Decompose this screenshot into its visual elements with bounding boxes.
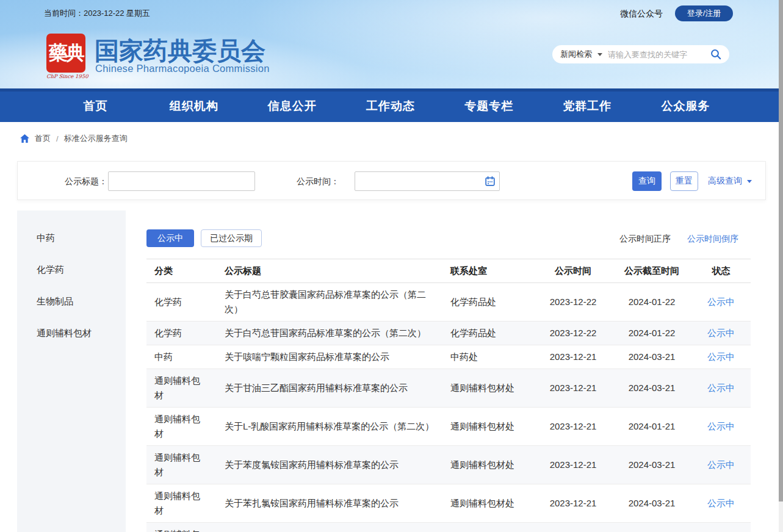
nav-item-4[interactable]: 专题专栏 xyxy=(440,88,538,122)
status-link[interactable]: 公示中 xyxy=(707,328,735,338)
cell-start-time: 2023-12-21 xyxy=(534,523,612,532)
cell-title[interactable]: 关于L-乳酸国家药用辅料标准草案的公示（第二次） xyxy=(217,408,442,446)
seal-caption: ChP Since 1950 xyxy=(46,73,88,79)
col-start-time: 公示时间 xyxy=(534,259,612,283)
cell-category: 中药 xyxy=(146,345,217,369)
reset-button[interactable]: 重置 xyxy=(670,171,698,191)
cell-start-time: 2023-12-21 xyxy=(534,369,612,408)
cell-title[interactable]: 关于白芍总苷国家药品标准草案的公示（第二次） xyxy=(217,322,442,345)
breadcrumb-separator: / xyxy=(56,134,59,143)
cell-title[interactable]: 关于白芍总苷胶囊国家药品标准草案的公示（第二次） xyxy=(217,283,442,322)
seal-logo-icon: 藥典 xyxy=(46,34,85,73)
cell-end-time: 2024-03-21 xyxy=(612,345,691,369)
cell-title[interactable]: 关于苯扎氯铵国家药用辅料标准草案的公示 xyxy=(217,484,442,523)
cell-end-time: 2024-01-22 xyxy=(612,322,691,345)
cell-category: 通则辅料包材 xyxy=(146,523,217,532)
status-link[interactable]: 公示中 xyxy=(707,421,735,431)
nav-item-1[interactable]: 组织机构 xyxy=(145,88,243,122)
cell-start-time: 2023-12-21 xyxy=(534,446,612,484)
cell-office: 化学药品处 xyxy=(442,322,534,345)
nav-item-3[interactable]: 工作动态 xyxy=(341,88,439,122)
cell-title[interactable]: 关于甘油三乙酯国家药用辅料标准草案的公示 xyxy=(217,369,442,408)
search-category-select[interactable]: 新闻检索 xyxy=(560,49,592,60)
breadcrumb-home[interactable]: 首页 xyxy=(35,133,51,144)
table-row: 通则辅料包材 关于苯扎溴铵国家药用辅料标准草案的公示 通则辅料包材处 2023-… xyxy=(146,523,751,532)
sidebar-item-0[interactable]: 中药 xyxy=(17,222,126,254)
table-row: 通则辅料包材 关于甘油三乙酯国家药用辅料标准草案的公示 通则辅料包材处 2023… xyxy=(146,369,751,408)
nav-item-6[interactable]: 公众服务 xyxy=(637,88,735,122)
col-office: 联系处室 xyxy=(442,259,534,283)
cell-title[interactable]: 关于咳喘宁颗粒国家药品标准草案的公示 xyxy=(217,345,442,369)
cell-office: 通则辅料包材处 xyxy=(442,408,534,446)
table-row: 中药 关于咳喘宁颗粒国家药品标准草案的公示 中药处 2023-12-21 202… xyxy=(146,345,751,369)
filter-time-label: 公示时间： xyxy=(287,162,339,201)
cell-title[interactable]: 关于苯度氯铵国家药用辅料标准草案的公示 xyxy=(217,446,442,484)
table-row: 化学药 关于白芍总苷国家药品标准草案的公示（第二次） 化学药品处 2023-12… xyxy=(146,322,751,345)
table-row: 化学药 关于白芍总苷胶囊国家药品标准草案的公示（第二次） 化学药品处 2023-… xyxy=(146,283,751,322)
nav-item-5[interactable]: 党群工作 xyxy=(538,88,637,122)
site-title-en: Chinese Pharmacopoeia Commission xyxy=(95,63,270,74)
advanced-query-toggle[interactable]: 高级查询 xyxy=(708,162,752,201)
query-button[interactable]: 查询 xyxy=(632,171,662,191)
filter-time-input[interactable] xyxy=(355,171,500,191)
wechat-link[interactable]: 微信公众号 xyxy=(620,9,663,20)
status-link[interactable]: 公示中 xyxy=(707,383,735,393)
cell-end-time: 2024-03-21 xyxy=(612,369,691,408)
cell-office: 通则辅料包材处 xyxy=(442,484,534,523)
sidebar-item-3[interactable]: 通则辅料包材 xyxy=(17,317,126,349)
login-register-button[interactable]: 登录/注册 xyxy=(675,5,733,21)
tab-active-publicity[interactable]: 公示中 xyxy=(146,229,194,247)
filter-panel: 公示标题： 公示时间： 查询 重置 高级查询 xyxy=(17,161,766,200)
cell-office: 通则辅料包材处 xyxy=(442,523,534,532)
table-body: 化学药 关于白芍总苷胶囊国家药品标准草案的公示（第二次） 化学药品处 2023-… xyxy=(146,283,751,532)
cell-end-time: 2024-01-22 xyxy=(612,283,691,322)
nav-item-0[interactable]: 首页 xyxy=(46,88,145,122)
page-scrollbar xyxy=(779,0,783,532)
status-link[interactable]: 公示中 xyxy=(707,297,735,307)
advanced-query-label: 高级查询 xyxy=(708,176,742,187)
table-row: 通则辅料包材 关于L-乳酸国家药用辅料标准草案的公示（第二次） 通则辅料包材处 … xyxy=(146,408,751,446)
caret-down-icon xyxy=(597,53,602,59)
sidebar-item-1[interactable]: 化学药 xyxy=(17,254,126,286)
status-link[interactable]: 公示中 xyxy=(707,498,735,508)
calendar-icon[interactable] xyxy=(485,176,495,186)
tab-expired-publicity[interactable]: 已过公示期 xyxy=(201,229,262,247)
cell-start-time: 2023-12-21 xyxy=(534,408,612,446)
header: 当前时间：2023-12-22 星期五 微信公众号 登录/注册 藥典 ChP S… xyxy=(0,0,779,88)
publicity-table: 分类 公示标题 联系处室 公示时间 公示截至时间 状态 化学药 关于白芍总苷胶囊… xyxy=(146,259,751,532)
scrollbar-thumb[interactable] xyxy=(779,0,783,501)
status-link[interactable]: 公示中 xyxy=(707,351,735,362)
breadcrumb-current: 标准公示服务查询 xyxy=(64,133,128,144)
sort-time-asc[interactable]: 公示时间正序 xyxy=(619,234,671,245)
sort-links: 公示时间正序 公示时间倒序 xyxy=(619,234,738,245)
cell-category: 化学药 xyxy=(146,322,217,345)
sort-time-desc[interactable]: 公示时间倒序 xyxy=(687,234,738,245)
nav-item-2[interactable]: 信息公开 xyxy=(243,88,341,122)
cell-category: 通则辅料包材 xyxy=(146,446,217,484)
filter-title-label: 公示标题： xyxy=(56,162,107,201)
cell-title[interactable]: 关于苯扎溴铵国家药用辅料标准草案的公示 xyxy=(217,523,442,532)
filter-title-input[interactable] xyxy=(108,171,255,191)
site-logo[interactable]: 藥典 ChP Since 1950 xyxy=(46,34,88,79)
status-tabs: 公示中 已过公示期 xyxy=(146,229,262,247)
cell-office: 通则辅料包材处 xyxy=(442,369,534,408)
cell-start-time: 2023-12-21 xyxy=(534,345,612,369)
main-panel: 公示中 已过公示期 公示时间正序 公示时间倒序 分类 公示标题 联系处室 公示时… xyxy=(131,210,766,532)
cell-end-time: 2024-03-21 xyxy=(612,484,691,523)
col-title: 公示标题 xyxy=(217,259,442,283)
cell-category: 通则辅料包材 xyxy=(146,408,217,446)
table-row: 通则辅料包材 关于苯度氯铵国家药用辅料标准草案的公示 通则辅料包材处 2023-… xyxy=(146,446,751,484)
col-end-time: 公示截至时间 xyxy=(612,259,691,283)
home-icon[interactable] xyxy=(20,134,29,143)
sidebar-item-2[interactable]: 生物制品 xyxy=(17,286,126,317)
search-input[interactable] xyxy=(608,50,710,59)
site-search: 新闻检索 xyxy=(552,45,729,63)
category-sidebar: 中药化学药生物制品通则辅料包材 xyxy=(17,210,126,532)
cell-category: 通则辅料包材 xyxy=(146,369,217,408)
cell-end-time: 2024-03-21 xyxy=(612,446,691,484)
search-icon[interactable] xyxy=(710,49,721,60)
cell-category: 化学药 xyxy=(146,283,217,322)
cell-end-time: 2024-01-21 xyxy=(612,408,691,446)
status-link[interactable]: 公示中 xyxy=(707,459,735,470)
cell-start-time: 2023-12-22 xyxy=(534,322,612,345)
